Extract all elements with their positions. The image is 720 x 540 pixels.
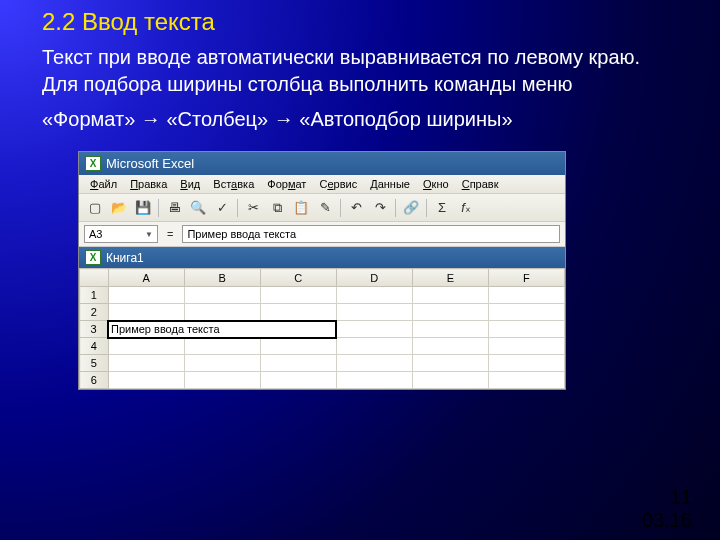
separator [340, 199, 341, 217]
workbook-title: Книга1 [106, 251, 144, 265]
formula-input[interactable]: Пример ввода текста [182, 225, 560, 243]
menu-help[interactable]: Справк [457, 176, 504, 192]
cell[interactable] [108, 372, 184, 389]
separator [395, 199, 396, 217]
link-icon[interactable]: 🔗 [400, 197, 422, 218]
cell[interactable] [184, 355, 260, 372]
cell[interactable] [412, 287, 488, 304]
name-box[interactable]: A3 ▼ [84, 225, 158, 243]
redo-icon[interactable]: ↷ [369, 197, 391, 218]
cell[interactable] [260, 372, 336, 389]
slide-title: 2.2 Ввод текста [0, 0, 720, 42]
open-icon[interactable]: 📂 [108, 197, 130, 218]
cell[interactable] [336, 372, 412, 389]
cell[interactable] [412, 338, 488, 355]
menu-edit[interactable]: Правка [125, 176, 172, 192]
print-icon[interactable]: 🖶 [163, 197, 185, 218]
cell[interactable] [488, 287, 564, 304]
row-header-4[interactable]: 4 [80, 338, 109, 355]
cell[interactable] [260, 338, 336, 355]
menu-file[interactable]: Файл [85, 176, 122, 192]
cell[interactable] [184, 338, 260, 355]
format-painter-icon[interactable]: ✎ [314, 197, 336, 218]
menu-insert[interactable]: Вставка [208, 176, 259, 192]
menu-tools[interactable]: Сервис [314, 176, 362, 192]
formula-bar: A3 ▼ = Пример ввода текста [79, 222, 565, 247]
formula-value: Пример ввода текста [187, 228, 296, 240]
cell-a3-active[interactable]: Пример ввода текста [108, 321, 336, 338]
separator [237, 199, 238, 217]
dropdown-icon[interactable]: ▼ [145, 230, 153, 239]
spell-icon[interactable]: ✓ [211, 197, 233, 218]
cell[interactable] [336, 304, 412, 321]
col-header-b[interactable]: B [184, 269, 260, 287]
cell[interactable] [488, 338, 564, 355]
slide-body: Текст при вводе автоматически выравнивае… [0, 42, 720, 98]
menu-view[interactable]: Вид [175, 176, 205, 192]
cell[interactable] [488, 321, 564, 338]
paste-icon[interactable]: 📋 [290, 197, 312, 218]
menu-format[interactable]: Формат [262, 176, 311, 192]
equals-label: = [164, 228, 176, 240]
footer-date: 03.16 [642, 509, 692, 532]
cell[interactable] [184, 287, 260, 304]
menubar: Файл Правка Вид Вставка Формат Сервис Да… [79, 175, 565, 194]
cell[interactable] [108, 355, 184, 372]
cut-icon[interactable]: ✂ [242, 197, 264, 218]
col-header-c[interactable]: C [260, 269, 336, 287]
row-header-1[interactable]: 1 [80, 287, 109, 304]
cell[interactable] [412, 355, 488, 372]
excel-titlebar: X Microsoft Excel [79, 152, 565, 175]
cell[interactable] [108, 287, 184, 304]
select-all-corner[interactable] [80, 269, 109, 287]
copy-icon[interactable]: ⧉ [266, 197, 288, 218]
col-header-f[interactable]: F [488, 269, 564, 287]
col-header-e[interactable]: E [412, 269, 488, 287]
cell[interactable] [108, 338, 184, 355]
cell[interactable] [336, 338, 412, 355]
spreadsheet-grid[interactable]: A B C D E F 1 2 3Пример ввода текста 4 5… [79, 268, 565, 389]
cell[interactable] [260, 304, 336, 321]
cell[interactable] [184, 304, 260, 321]
cell[interactable] [184, 372, 260, 389]
autosum-icon[interactable]: Σ [431, 197, 453, 218]
col-header-d[interactable]: D [336, 269, 412, 287]
toolbar: ▢ 📂 💾 🖶 🔍 ✓ ✂ ⧉ 📋 ✎ ↶ ↷ 🔗 Σ fₓ [79, 194, 565, 222]
row-header-6[interactable]: 6 [80, 372, 109, 389]
row-header-3[interactable]: 3 [80, 321, 109, 338]
cell[interactable] [488, 355, 564, 372]
page-number: 11 [642, 486, 692, 509]
separator [158, 199, 159, 217]
excel-app-title: Microsoft Excel [106, 156, 194, 171]
cell[interactable] [412, 321, 488, 338]
workbook-icon: X [85, 250, 101, 265]
row-header-5[interactable]: 5 [80, 355, 109, 372]
cell[interactable] [108, 304, 184, 321]
separator [426, 199, 427, 217]
cell[interactable] [336, 355, 412, 372]
grid-area: A B C D E F 1 2 3Пример ввода текста 4 5… [79, 268, 565, 389]
menu-data[interactable]: Данные [365, 176, 415, 192]
preview-icon[interactable]: 🔍 [187, 197, 209, 218]
cell[interactable] [336, 287, 412, 304]
cell[interactable] [488, 304, 564, 321]
cell[interactable] [488, 372, 564, 389]
cell[interactable] [412, 304, 488, 321]
menu-window[interactable]: Окно [418, 176, 454, 192]
cell[interactable] [412, 372, 488, 389]
cell[interactable] [260, 287, 336, 304]
excel-app-icon: X [85, 156, 101, 171]
row-header-2[interactable]: 2 [80, 304, 109, 321]
col-header-a[interactable]: A [108, 269, 184, 287]
fx-icon[interactable]: fₓ [455, 197, 477, 218]
new-icon[interactable]: ▢ [84, 197, 106, 218]
save-icon[interactable]: 💾 [132, 197, 154, 218]
workbook-titlebar: X Книга1 [79, 247, 565, 268]
menu-path: «Формат» → «Столбец» → «Автоподбор ширин… [0, 98, 720, 145]
undo-icon[interactable]: ↶ [345, 197, 367, 218]
cell[interactable] [260, 355, 336, 372]
slide-footer: 11 03.16 [642, 486, 692, 532]
excel-screenshot: X Microsoft Excel Файл Правка Вид Вставк… [78, 151, 566, 390]
cell[interactable] [336, 321, 412, 338]
name-box-value: A3 [89, 228, 102, 240]
